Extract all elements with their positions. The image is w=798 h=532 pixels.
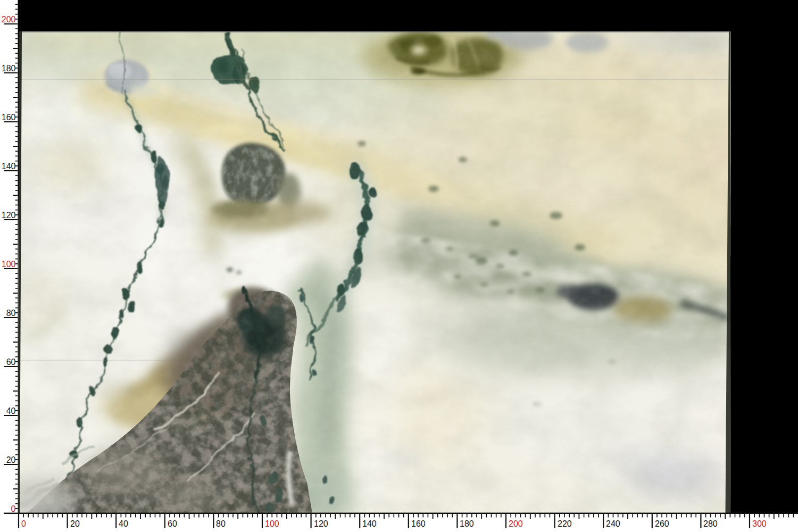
svg-text:20: 20 [6, 455, 16, 464]
svg-text:100: 100 [265, 519, 279, 528]
svg-text:60: 60 [6, 358, 16, 367]
svg-text:200: 200 [509, 519, 523, 528]
svg-text:80: 80 [6, 309, 16, 318]
svg-text:220: 220 [558, 519, 572, 528]
svg-text:200: 200 [2, 15, 16, 24]
svg-text:120: 120 [2, 211, 16, 220]
svg-text:80: 80 [216, 519, 226, 528]
svg-text:180: 180 [460, 519, 474, 528]
svg-text:60: 60 [168, 519, 177, 528]
svg-text:260: 260 [655, 519, 669, 528]
svg-text:240: 240 [606, 519, 620, 528]
svg-text:20: 20 [70, 519, 80, 528]
svg-text:280: 280 [703, 519, 718, 528]
svg-text:140: 140 [2, 162, 16, 171]
svg-text:140: 140 [362, 519, 377, 528]
svg-text:100: 100 [2, 260, 16, 269]
svg-text:160: 160 [411, 519, 426, 528]
svg-text:0: 0 [21, 519, 26, 528]
svg-text:180: 180 [2, 64, 16, 73]
svg-text:120: 120 [314, 519, 328, 528]
svg-text:40: 40 [6, 406, 16, 415]
svg-text:40: 40 [119, 519, 128, 528]
svg-text:300: 300 [752, 519, 767, 528]
svg-text:0: 0 [11, 504, 16, 513]
svg-text:160: 160 [2, 113, 16, 122]
